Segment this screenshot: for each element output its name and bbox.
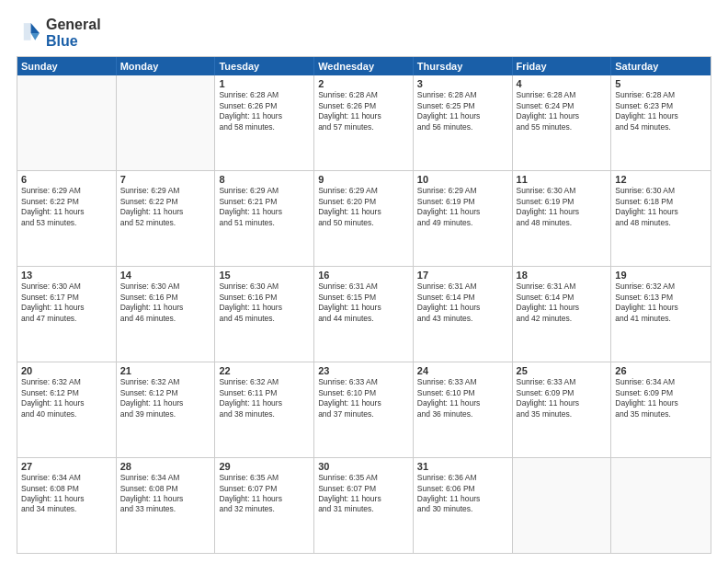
- calendar-cell: 18Sunrise: 6:31 AMSunset: 6:14 PMDayligh…: [513, 267, 612, 362]
- calendar-cell: 8Sunrise: 6:29 AMSunset: 6:21 PMDaylight…: [215, 171, 314, 266]
- calendar-row-4: 27Sunrise: 6:34 AMSunset: 6:08 PMDayligh…: [17, 457, 711, 553]
- calendar-cell: 30Sunrise: 6:35 AMSunset: 6:07 PMDayligh…: [314, 458, 414, 553]
- day-info: Sunrise: 6:28 AMSunset: 6:26 PMDaylight:…: [318, 90, 409, 132]
- header-day-sunday: Sunday: [17, 57, 117, 75]
- day-number: 12: [615, 174, 707, 185]
- day-info: Sunrise: 6:29 AMSunset: 6:22 PMDaylight:…: [21, 186, 112, 228]
- calendar-body: 1Sunrise: 6:28 AMSunset: 6:26 PMDaylight…: [17, 75, 711, 553]
- calendar-cell: 29Sunrise: 6:35 AMSunset: 6:07 PMDayligh…: [215, 458, 314, 553]
- day-info: Sunrise: 6:30 AMSunset: 6:17 PMDaylight:…: [21, 282, 112, 324]
- day-info: Sunrise: 6:32 AMSunset: 6:13 PMDaylight:…: [615, 282, 707, 324]
- header-day-saturday: Saturday: [611, 57, 711, 75]
- day-number: 10: [417, 174, 508, 185]
- calendar-cell: [611, 458, 711, 553]
- calendar-cell: 15Sunrise: 6:30 AMSunset: 6:16 PMDayligh…: [215, 267, 314, 362]
- header-day-wednesday: Wednesday: [314, 57, 414, 75]
- day-number: 25: [517, 365, 608, 376]
- day-info: Sunrise: 6:30 AMSunset: 6:16 PMDaylight:…: [120, 282, 211, 324]
- calendar-header: SundayMondayTuesdayWednesdayThursdayFrid…: [17, 57, 711, 75]
- day-number: 16: [318, 270, 409, 281]
- day-number: 30: [318, 461, 409, 472]
- calendar-cell: 11Sunrise: 6:30 AMSunset: 6:19 PMDayligh…: [513, 171, 612, 266]
- header: General Blue: [17, 17, 711, 49]
- calendar-cell: 2Sunrise: 6:28 AMSunset: 6:26 PMDaylight…: [314, 75, 414, 170]
- day-info: Sunrise: 6:34 AMSunset: 6:09 PMDaylight:…: [615, 377, 707, 419]
- header-day-friday: Friday: [513, 57, 612, 75]
- day-number: 7: [120, 174, 211, 185]
- calendar-row-1: 6Sunrise: 6:29 AMSunset: 6:22 PMDaylight…: [17, 170, 711, 266]
- day-number: 2: [318, 78, 409, 89]
- calendar-cell: 22Sunrise: 6:32 AMSunset: 6:11 PMDayligh…: [215, 362, 314, 457]
- logo-text: General Blue: [46, 17, 101, 49]
- day-info: Sunrise: 6:35 AMSunset: 6:07 PMDaylight:…: [219, 473, 310, 515]
- day-info: Sunrise: 6:28 AMSunset: 6:23 PMDaylight:…: [615, 90, 707, 132]
- day-info: Sunrise: 6:29 AMSunset: 6:22 PMDaylight:…: [120, 186, 211, 228]
- day-info: Sunrise: 6:33 AMSunset: 6:09 PMDaylight:…: [517, 377, 608, 419]
- day-info: Sunrise: 6:31 AMSunset: 6:14 PMDaylight:…: [517, 282, 608, 324]
- day-number: 11: [517, 174, 608, 185]
- calendar-cell: 28Sunrise: 6:34 AMSunset: 6:08 PMDayligh…: [117, 458, 216, 553]
- day-number: 17: [417, 270, 508, 281]
- day-info: Sunrise: 6:33 AMSunset: 6:10 PMDaylight:…: [417, 377, 508, 419]
- svg-marker-0: [31, 23, 40, 33]
- day-info: Sunrise: 6:30 AMSunset: 6:19 PMDaylight:…: [517, 186, 608, 228]
- header-day-monday: Monday: [117, 57, 216, 75]
- day-number: 14: [120, 270, 211, 281]
- day-info: Sunrise: 6:32 AMSunset: 6:12 PMDaylight:…: [120, 377, 211, 419]
- calendar-cell: 7Sunrise: 6:29 AMSunset: 6:22 PMDaylight…: [117, 171, 216, 266]
- day-number: 22: [219, 365, 310, 376]
- header-day-thursday: Thursday: [414, 57, 513, 75]
- day-number: 29: [219, 461, 310, 472]
- header-day-tuesday: Tuesday: [215, 57, 314, 75]
- day-number: 27: [21, 461, 112, 472]
- calendar-cell: 24Sunrise: 6:33 AMSunset: 6:10 PMDayligh…: [414, 362, 513, 457]
- day-number: 6: [21, 174, 112, 185]
- day-info: Sunrise: 6:30 AMSunset: 6:16 PMDaylight:…: [219, 282, 310, 324]
- day-info: Sunrise: 6:28 AMSunset: 6:26 PMDaylight:…: [219, 90, 310, 132]
- calendar-cell: 23Sunrise: 6:33 AMSunset: 6:10 PMDayligh…: [314, 362, 414, 457]
- calendar-cell: [17, 75, 117, 170]
- calendar-row-3: 20Sunrise: 6:32 AMSunset: 6:12 PMDayligh…: [17, 362, 711, 457]
- day-info: Sunrise: 6:30 AMSunset: 6:18 PMDaylight:…: [615, 186, 707, 228]
- day-number: 24: [417, 365, 508, 376]
- day-number: 1: [219, 78, 310, 89]
- calendar-cell: 5Sunrise: 6:28 AMSunset: 6:23 PMDaylight…: [611, 75, 711, 170]
- day-number: 21: [120, 365, 211, 376]
- day-info: Sunrise: 6:31 AMSunset: 6:15 PMDaylight:…: [318, 282, 409, 324]
- calendar-cell: 10Sunrise: 6:29 AMSunset: 6:19 PMDayligh…: [414, 171, 513, 266]
- calendar-cell: 14Sunrise: 6:30 AMSunset: 6:16 PMDayligh…: [117, 267, 216, 362]
- day-info: Sunrise: 6:29 AMSunset: 6:21 PMDaylight:…: [219, 186, 310, 228]
- day-number: 13: [21, 270, 112, 281]
- calendar-cell: 31Sunrise: 6:36 AMSunset: 6:06 PMDayligh…: [414, 458, 513, 553]
- calendar-cell: 25Sunrise: 6:33 AMSunset: 6:09 PMDayligh…: [513, 362, 612, 457]
- calendar-cell: 3Sunrise: 6:28 AMSunset: 6:25 PMDaylight…: [414, 75, 513, 170]
- day-number: 9: [318, 174, 409, 185]
- day-number: 28: [120, 461, 211, 472]
- calendar-row-2: 13Sunrise: 6:30 AMSunset: 6:17 PMDayligh…: [17, 266, 711, 362]
- calendar-cell: 4Sunrise: 6:28 AMSunset: 6:24 PMDaylight…: [513, 75, 612, 170]
- day-number: 8: [219, 174, 310, 185]
- calendar-cell: 19Sunrise: 6:32 AMSunset: 6:13 PMDayligh…: [611, 267, 711, 362]
- day-number: 4: [517, 78, 608, 89]
- calendar-cell: 12Sunrise: 6:30 AMSunset: 6:18 PMDayligh…: [611, 171, 711, 266]
- calendar-cell: 27Sunrise: 6:34 AMSunset: 6:08 PMDayligh…: [17, 458, 117, 553]
- day-info: Sunrise: 6:28 AMSunset: 6:25 PMDaylight:…: [417, 90, 508, 132]
- svg-marker-2: [24, 23, 31, 40]
- day-info: Sunrise: 6:33 AMSunset: 6:10 PMDaylight:…: [318, 377, 409, 419]
- day-number: 5: [615, 78, 707, 89]
- svg-marker-1: [31, 33, 40, 40]
- calendar-cell: 26Sunrise: 6:34 AMSunset: 6:09 PMDayligh…: [611, 362, 711, 457]
- day-number: 18: [517, 270, 608, 281]
- logo-icon: [17, 20, 42, 46]
- day-info: Sunrise: 6:32 AMSunset: 6:11 PMDaylight:…: [219, 377, 310, 419]
- day-info: Sunrise: 6:28 AMSunset: 6:24 PMDaylight:…: [517, 90, 608, 132]
- day-number: 15: [219, 270, 310, 281]
- day-info: Sunrise: 6:34 AMSunset: 6:08 PMDaylight:…: [21, 473, 112, 515]
- page: General Blue SundayMondayTuesdayWednesda…: [0, 0, 728, 563]
- calendar-cell: 1Sunrise: 6:28 AMSunset: 6:26 PMDaylight…: [215, 75, 314, 170]
- calendar-cell: 16Sunrise: 6:31 AMSunset: 6:15 PMDayligh…: [314, 267, 414, 362]
- calendar-cell: 9Sunrise: 6:29 AMSunset: 6:20 PMDaylight…: [314, 171, 414, 266]
- day-info: Sunrise: 6:29 AMSunset: 6:19 PMDaylight:…: [417, 186, 508, 228]
- day-info: Sunrise: 6:29 AMSunset: 6:20 PMDaylight:…: [318, 186, 409, 228]
- day-info: Sunrise: 6:32 AMSunset: 6:12 PMDaylight:…: [21, 377, 112, 419]
